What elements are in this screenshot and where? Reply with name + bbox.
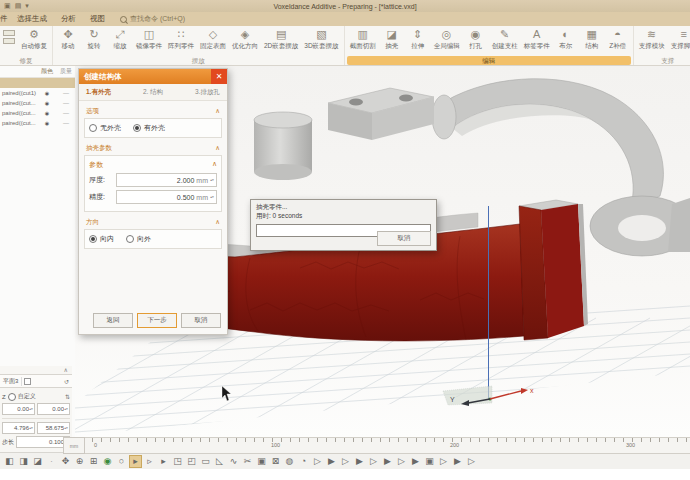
position-a-field[interactable]: 4.796▴▾ [2, 422, 35, 434]
step-drain-holes[interactable]: 3.排放孔 [195, 88, 220, 97]
no-shell-radio[interactable]: 无外壳 [89, 123, 121, 133]
display-mode-5-icon[interactable]: ▷ [367, 455, 380, 468]
part-row[interactable] [0, 78, 75, 88]
deselect-icon[interactable]: ⊠ [269, 455, 282, 468]
coord-x-field[interactable]: 0.00▴▾ [2, 403, 35, 415]
ribbon-optimize-orientation-button[interactable]: ◈优化方向 [229, 27, 261, 50]
position-b-field[interactable]: 58.675▴▾ [37, 422, 70, 434]
collapse-caret-icon[interactable]: ∧ [212, 160, 217, 170]
coord-y-field[interactable]: 0.00▴▾ [37, 403, 70, 415]
elbow-duct-part[interactable] [432, 79, 663, 210]
ribbon-move-button[interactable]: ✥移动 [55, 27, 81, 50]
ribbon-array-part-button[interactable]: ∷阵列零件 [165, 27, 197, 50]
toolbar-dot-icon[interactable]: · [45, 455, 58, 468]
app-icon[interactable]: ▣ [4, 0, 11, 12]
ribbon-auto-repair-button[interactable]: ⚙自动修复 [18, 27, 50, 50]
plane-checkbox[interactable] [24, 378, 31, 385]
step-field[interactable]: 0.100▴▾ [16, 436, 70, 448]
zoom-icon[interactable]: ○ [115, 455, 128, 468]
collapse-caret-icon[interactable]: ∧ [215, 107, 220, 116]
collapse-caret-icon[interactable]: ∧ [215, 218, 220, 227]
view-front-icon[interactable]: ◨ [17, 455, 30, 468]
display-mode-7-icon[interactable]: ▷ [395, 455, 408, 468]
spinner-icon[interactable]: ▴▾ [29, 427, 33, 430]
part-row[interactable]: paired((cut1)◉— [0, 88, 75, 98]
collapse-caret-icon[interactable]: ∧ [0, 366, 72, 374]
part-row[interactable]: paired((cut...◉— [0, 98, 75, 108]
collapse-caret-icon[interactable]: ∧ [215, 144, 220, 153]
zoom-window-icon[interactable]: ⊞ [87, 455, 100, 468]
visibility-eye-icon[interactable]: ◉ [37, 120, 57, 126]
with-shell-radio[interactable]: 有外壳 [133, 123, 165, 133]
back-button[interactable]: 返回 [93, 313, 133, 328]
inward-radio[interactable]: 向内 [89, 234, 114, 244]
custom-radio[interactable] [8, 393, 16, 401]
dialog-titlebar[interactable]: 创建结构体 ✕ [79, 69, 227, 84]
tab-view[interactable]: 视图 [83, 12, 112, 26]
display-mode-4-icon[interactable]: ▶ [353, 455, 366, 468]
tab-analysis[interactable]: 分析 [54, 12, 83, 26]
ribbon-extrude-button[interactable]: ⇕拉伸 [405, 27, 431, 50]
save-icon[interactable]: ▤ [15, 0, 22, 12]
zoom-in-icon[interactable]: ⊕ [73, 455, 86, 468]
step-structure[interactable]: 2. 结构 [143, 88, 163, 97]
outward-radio[interactable]: 向外 [126, 234, 151, 244]
visibility-eye-icon[interactable]: ◉ [37, 90, 57, 96]
accuracy-field[interactable]: 0.500 mm ▴▾ [116, 190, 217, 204]
progress-cancel-button[interactable]: 取消 [377, 231, 431, 246]
display-mode-8-icon[interactable]: ▶ [409, 455, 422, 468]
compare-icon[interactable]: ▣ [423, 455, 436, 468]
display-mode-3-icon[interactable]: ▷ [339, 455, 352, 468]
cylinder-part[interactable] [254, 112, 312, 180]
ribbon-lattice-structure-button[interactable]: ▦结构 [579, 27, 605, 50]
select-add-icon[interactable]: ▹ [143, 455, 156, 468]
ribbon-support-script-button[interactable]: ≡支撑脚本 [668, 27, 690, 50]
ribbon-nesting-2d-button[interactable]: ▤2D嵌套摆放 [261, 27, 301, 50]
spinner-icon[interactable]: ▴▾ [29, 408, 33, 411]
part-row[interactable]: paired((cut...◉— [0, 108, 75, 118]
part-row[interactable]: paired((cut...◉— [0, 118, 75, 128]
playback-3-icon[interactable]: ▷ [465, 455, 478, 468]
torus-part[interactable] [590, 196, 690, 256]
select-part-icon[interactable]: ▸ [157, 455, 170, 468]
ribbon-support-module-button[interactable]: ≋支撑模块 [636, 27, 668, 50]
ribbon-fix-surface-button[interactable]: ◇固定表面 [197, 27, 229, 50]
ribbon-shell-button[interactable]: ◪抽壳 [379, 27, 405, 50]
ribbon-punch-hole-button[interactable]: ◉打孔 [463, 27, 489, 50]
ribbon-label-part-button[interactable]: A标签零件 [521, 27, 553, 50]
spinner-icon[interactable]: ▴▾ [64, 408, 68, 411]
visibility-eye-icon[interactable]: ◉ [37, 100, 57, 106]
select-filter-icon[interactable]: ▣ [255, 455, 268, 468]
trim-icon[interactable]: ✂ [241, 455, 254, 468]
select-pointer-icon[interactable]: ▸ [129, 455, 142, 468]
playback-1-icon[interactable]: ▷ [437, 455, 450, 468]
display-mode-1-icon[interactable]: ▷ [311, 455, 324, 468]
red-block-part[interactable] [519, 200, 588, 340]
bracket-part[interactable] [328, 88, 434, 140]
freehand-select-icon[interactable]: ∿ [227, 455, 240, 468]
spinner-icon[interactable]: ▴▾ [210, 179, 214, 182]
ribbon-create-pillar-button[interactable]: ✎创建支柱 [489, 27, 521, 50]
command-search[interactable]: 查找命令 (Ctrl+Q) [120, 14, 185, 24]
step-shell[interactable]: 1.有外壳 [86, 88, 111, 97]
ribbon-boolean-button[interactable]: ◐布尔 [553, 27, 579, 50]
ribbon-global-edit-button[interactable]: ◎全局编辑 [431, 27, 463, 50]
tab-plane3[interactable]: 平面3 [0, 377, 22, 386]
spinner-icon[interactable]: ▴▾ [64, 427, 68, 430]
select-circle-icon[interactable]: ◔ [297, 455, 310, 468]
ribbon-nesting-3d-button[interactable]: ▧3D嵌套摆放 [301, 27, 341, 50]
sort-icon[interactable]: ⇅ [65, 393, 70, 400]
reset-icon[interactable]: ↺ [64, 378, 72, 385]
repair-list-icons[interactable] [2, 27, 18, 44]
select-lasso-icon[interactable]: ◰ [185, 455, 198, 468]
cancel-button[interactable]: 取消 [181, 313, 221, 328]
spinner-icon[interactable]: ▴▾ [210, 196, 214, 199]
display-mode-6-icon[interactable]: ▶ [381, 455, 394, 468]
select-rect-icon[interactable]: ◳ [171, 455, 184, 468]
display-mode-2-icon[interactable]: ▶ [325, 455, 338, 468]
tab-clipped[interactable]: 件 [0, 12, 10, 26]
close-icon[interactable]: ✕ [211, 69, 227, 84]
select-sphere-icon[interactable]: ◍ [283, 455, 296, 468]
thickness-field[interactable]: 2.000 mm ▴▾ [116, 173, 217, 187]
tab-select-generate[interactable]: 选择生成 [10, 12, 54, 26]
